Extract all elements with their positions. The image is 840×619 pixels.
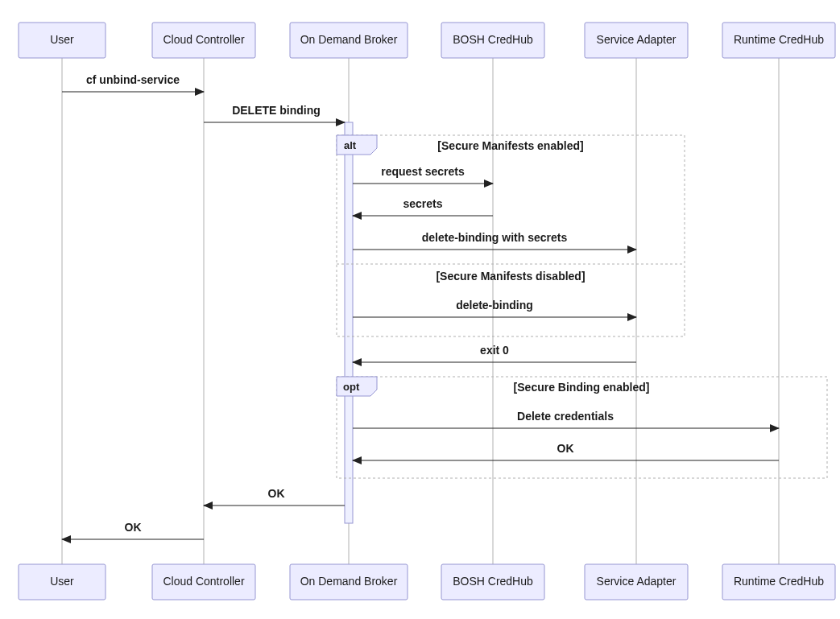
actor-cc-label: Cloud Controller [163,33,244,46]
actor-bosh-bottom: BOSH CredHub [441,564,544,600]
actor-adapter-label: Service Adapter [597,33,677,46]
actor-bosh-top: BOSH CredHub [441,23,544,58]
msg-delete-binding-secrets: delete-binding with secrets [422,231,568,244]
svg-text:Cloud Controller: Cloud Controller [163,575,244,588]
actor-odb-label: On Demand Broker [300,33,398,46]
opt-guard: [Secure Binding enabled] [514,381,650,394]
actor-runtime-bottom: Runtime CredHub [722,564,835,600]
msg-cf-unbind: cf unbind-service [86,73,180,86]
msg-delete-credentials: Delete credentials [517,410,614,423]
actor-bosh-label: BOSH CredHub [453,33,533,46]
svg-text:Service Adapter: Service Adapter [597,575,677,588]
msg-delete-binding-plain: delete-binding [456,299,533,312]
msg-delete-binding: DELETE binding [232,104,321,117]
alt-label: alt [344,139,357,151]
activation-odb [345,122,353,523]
actor-runtime-top: Runtime CredHub [722,23,835,58]
svg-text:On Demand Broker: On Demand Broker [300,575,398,588]
actor-cc-bottom: Cloud Controller [152,564,255,600]
actor-user-label: User [50,33,74,46]
svg-text:BOSH CredHub: BOSH CredHub [453,575,533,588]
msg-request-secrets: request secrets [381,165,465,178]
msg-ok-odb: OK [268,487,285,500]
actor-odb-bottom: On Demand Broker [290,564,408,600]
msg-ok-runtime: OK [557,442,574,455]
svg-text:Runtime CredHub: Runtime CredHub [734,575,824,588]
actor-adapter-bottom: Service Adapter [585,564,688,600]
actor-user-top: User [19,23,106,58]
actor-user-bottom: User [19,564,106,600]
actor-cc-top: Cloud Controller [152,23,255,58]
msg-ok-cc: OK [125,521,142,534]
alt-guard1: [Secure Manifests enabled] [437,139,583,152]
alt-guard2: [Secure Manifests disabled] [436,270,585,283]
actor-runtime-label: Runtime CredHub [734,33,824,46]
sequence-diagram: User Cloud Controller On Demand Broker B… [0,0,840,619]
actor-odb-top: On Demand Broker [290,23,408,58]
svg-text:User: User [50,575,74,588]
actor-adapter-top: Service Adapter [585,23,688,58]
alt-label-tab [337,135,377,155]
msg-exit0: exit 0 [480,344,509,357]
msg-secrets: secrets [403,197,442,210]
opt-label: opt [343,381,360,393]
